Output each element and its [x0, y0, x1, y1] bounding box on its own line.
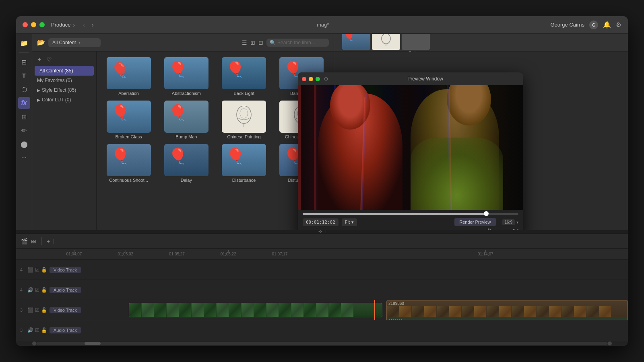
notification-icon[interactable]: 🔔 — [603, 21, 611, 29]
fast-forward-button[interactable]: ▶▶ — [333, 228, 342, 230]
preview-close-button[interactable] — [302, 77, 306, 81]
zoom-in-icon[interactable]: + — [47, 238, 50, 245]
search-box: 🔍 — [266, 39, 329, 47]
maximize-button[interactable] — [39, 22, 45, 27]
track-check-icon[interactable]: ☑ — [35, 307, 39, 313]
project-name[interactable]: Produce › — [51, 22, 75, 28]
preview-scrubber-handle[interactable] — [484, 211, 489, 216]
track-name-badge-4-video[interactable]: Video Track — [50, 267, 81, 273]
effect-item-delay[interactable]: 🎈 Delay — [158, 142, 214, 184]
large-grid-icon[interactable]: ⊟ — [258, 39, 263, 46]
sidebar-label-lut: Color LUT (0) — [42, 97, 71, 103]
effect-item-bumpmap[interactable]: 🎈 Bump Map — [158, 99, 214, 141]
track-video-icon[interactable]: ⬛ — [27, 267, 33, 273]
track-check-icon[interactable]: ☑ — [35, 267, 39, 273]
track-lock-icon[interactable]: 🔓 — [41, 287, 47, 293]
preview-timecode[interactable]: 00:01:12:02 — [303, 218, 339, 226]
preview-edit-icon[interactable]: ⊙ — [324, 76, 328, 82]
track-lock-icon[interactable]: 🔓 — [41, 267, 47, 273]
track-video-icon[interactable]: ⬛ — [27, 307, 33, 313]
user-name: George Cairns — [550, 22, 584, 28]
sidebar-item-favorites[interactable]: My Favorites (0) — [32, 76, 96, 85]
effect-thumb-bumpmap: 🎈 — [164, 101, 208, 133]
transition-tool-icon[interactable]: ⬡ — [18, 83, 30, 95]
effects-tool-icon[interactable]: fx — [18, 97, 30, 109]
scrollbar-track[interactable] — [36, 342, 608, 345]
split-tool-icon[interactable]: ⊟ — [18, 56, 30, 68]
preview-minimize-button[interactable] — [309, 77, 313, 81]
user-avatar[interactable]: G — [589, 21, 598, 29]
star-icon[interactable]: ♡ — [47, 56, 52, 63]
effect-item-brokenglass[interactable]: 🎈 Broken Glass — [101, 99, 157, 141]
skip-forward-button[interactable]: ⏭ — [346, 228, 351, 230]
play-button[interactable]: ▶ — [303, 228, 307, 230]
fullscreen-icon[interactable]: ⛶ — [513, 228, 518, 230]
frame-1 — [129, 303, 141, 317]
svg-point-7 — [382, 34, 390, 44]
mask-tool-icon[interactable]: ⬤ — [18, 138, 30, 150]
fit-dropdown[interactable]: Fit ▾ — [342, 218, 357, 226]
close-button[interactable] — [23, 22, 28, 27]
track-audio-icon[interactable]: 🔊 — [27, 327, 33, 333]
pen-tool-icon[interactable]: ✏ — [18, 124, 30, 136]
track-name-badge-4-audio[interactable]: Audio Track — [50, 287, 81, 293]
track-name-badge-3-audio[interactable]: Audio Track — [50, 327, 81, 333]
volume-icon[interactable]: 🔊 — [485, 228, 491, 230]
text-tool-icon[interactable]: T — [18, 70, 30, 82]
track-lock-icon[interactable]: 🔓 — [41, 307, 47, 313]
track-num: 4 — [20, 288, 25, 292]
color-lut-chevron-icon: ▶ — [37, 98, 40, 102]
more-tool-icon[interactable]: ··· — [18, 152, 30, 164]
forward-arrow-icon[interactable]: › — [90, 21, 95, 29]
preview-title-bar: ⊙ Preview Window — [298, 72, 523, 85]
effects-body: ✦ ♡ All Content (85) My Favorites (0) ▶ … — [32, 51, 334, 230]
timeline-section: 🎬 ⏭ + 01;04;07 01;05;02 01;05;27 01;06;2… — [16, 233, 628, 346]
track-name-badge-3-video[interactable]: Video Track — [50, 307, 81, 313]
render-preview-button[interactable]: Render Preview — [454, 218, 495, 226]
film-icon[interactable]: 🎬 — [21, 238, 28, 245]
track-clip-3-video-main[interactable] — [129, 303, 382, 317]
back-arrow-icon[interactable]: ‹ — [81, 21, 87, 29]
aspect-dropdown-arrow-icon[interactable]: ▾ — [516, 220, 518, 224]
effect-item-aberration[interactable]: 🎈 🎈 Aberration — [101, 56, 157, 97]
preview-timeline-bar[interactable] — [303, 213, 518, 215]
effect-item-abstractionism[interactable]: 🎈 Abstractionism — [158, 56, 214, 97]
right-toolbar: 🎈 Emb — [334, 34, 628, 51]
rewind-button[interactable]: ◀◀ — [320, 228, 329, 230]
track-content-4-audio — [129, 280, 628, 300]
effect-label-aberration: Aberration — [118, 91, 139, 96]
preview-bottom-icons: 🔊 📷 ⊞ ⛶ — [485, 228, 518, 230]
settings-icon[interactable]: ⚙ — [616, 21, 621, 29]
effect-item-continuousshoot[interactable]: 🎈 Continuous Shoot... — [101, 142, 157, 184]
grid-view-icon[interactable]: ⊞ — [250, 39, 255, 46]
effect-item-disturbance[interactable]: 🎈 Disturbance — [216, 142, 272, 184]
import-tool-icon[interactable]: 📁 — [18, 37, 30, 49]
effect-item-backlight[interactable]: 🎈 Back Light — [216, 56, 272, 97]
folder-icon[interactable]: 📂 — [37, 39, 45, 46]
track-clip-3-video-second[interactable]: 2189860 — [386, 300, 628, 320]
track-check-icon[interactable]: ☑ — [35, 327, 39, 333]
scrollbar-thumb[interactable] — [85, 342, 101, 345]
track-label-4-video: 4 ⬛ ☑ 🔓 Video Track — [16, 267, 129, 273]
sidebar-item-all-content[interactable]: All Content (85) — [35, 66, 94, 76]
filter-icon[interactable]: ✦ — [37, 56, 42, 63]
preview-maximize-button[interactable] — [316, 77, 320, 81]
minimize-button[interactable] — [31, 22, 36, 27]
stop-button[interactable]: ◼ — [311, 228, 316, 230]
frame-4 — [167, 303, 179, 317]
scrollbar-left-btn[interactable] — [32, 341, 36, 346]
snapshot-icon[interactable]: 📷 — [495, 228, 502, 230]
content-dropdown[interactable]: All Content ▾ — [48, 38, 101, 47]
effect-item-chinese-painting-1[interactable]: Chinese Painting — [216, 99, 272, 141]
skip-to-end-icon[interactable]: ⏭ — [31, 238, 37, 245]
scrollbar-right-btn[interactable] — [608, 341, 612, 346]
crop-tool-icon[interactable]: ⊞ — [18, 111, 30, 123]
list-view-icon[interactable]: ☰ — [242, 39, 247, 46]
search-input[interactable] — [277, 40, 326, 45]
track-audio-icon[interactable]: 🔊 — [27, 287, 33, 293]
track-check-icon[interactable]: ☑ — [35, 287, 39, 293]
sidebar-item-style-effect[interactable]: ▶ Style Effect (85) — [32, 85, 96, 95]
sidebar-item-color-lut[interactable]: ▶ Color LUT (0) — [32, 95, 96, 105]
fit-screen-icon[interactable]: ⊞ — [505, 228, 510, 230]
track-lock-icon[interactable]: 🔓 — [41, 327, 47, 333]
